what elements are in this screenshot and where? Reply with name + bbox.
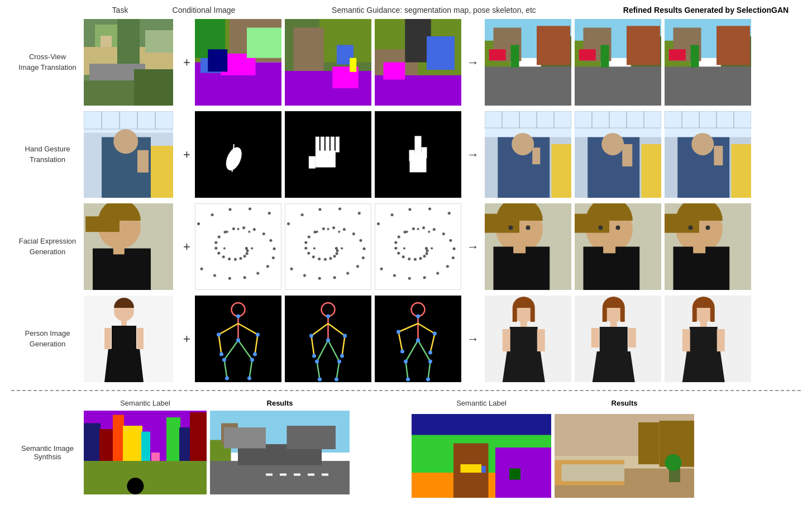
img-person-res2: [575, 296, 661, 382]
bottom-section: Semantic Label Results Semantic ImageSyn…: [11, 399, 801, 498]
img-hand-gesture-res1: [485, 111, 571, 198]
img-hand-gesture-sem3: [375, 111, 461, 198]
img-facial-sem3: [375, 203, 461, 290]
img-semantic-sem2: [412, 414, 551, 498]
img-person-sem1: [195, 296, 281, 382]
plus-sign-3: +: [183, 240, 190, 254]
section-divider: [11, 390, 801, 391]
hand-gesture-result-imgs: [485, 111, 751, 198]
header-row: Task Conditional Image Semantic Guidance…: [11, 6, 801, 15]
img-person-sem2: [285, 296, 371, 382]
img-facial-res2: [575, 203, 661, 290]
plus-sign-1: +: [183, 55, 190, 70]
header-conditional-label: Conditional Image: [156, 6, 251, 15]
arrow-sign-1: →: [467, 55, 479, 70]
img-facial-sem1: [195, 203, 281, 290]
img-hand-gesture-res3: [665, 111, 751, 198]
label-person-image: Person ImageGeneration: [11, 329, 84, 349]
img-person-res1: [485, 296, 571, 382]
plus-sign-4: +: [183, 332, 190, 346]
img-hand-gesture-sem2: [285, 111, 371, 198]
bottom-semantic-label-1: Semantic Label: [84, 399, 207, 407]
img-cross-view-sem3: [375, 19, 461, 106]
img-cross-view-res2: [575, 19, 661, 106]
img-cross-view-sem1: [195, 19, 281, 106]
facial-semantic-imgs: [195, 203, 461, 290]
label-cross-view: Cross-ViewImage Translation: [11, 52, 84, 72]
img-cross-view-conditional: [84, 19, 173, 106]
row-hand-gesture: Hand GestureTranslation + →: [11, 111, 801, 198]
bottom-right-img-pair: [412, 414, 694, 498]
img-hand-gesture-res2: [575, 111, 661, 198]
plus-sign-2: +: [183, 147, 190, 162]
bottom-left: Semantic Label Results Semantic ImageSyn…: [11, 399, 400, 498]
bottom-semantic-label-2: Semantic Label: [412, 399, 551, 407]
row-cross-view: Cross-ViewImage Translation + →: [11, 19, 801, 106]
img-cross-view-res3: [665, 19, 751, 106]
img-person-res3: [665, 296, 751, 382]
cross-view-result-imgs: [485, 19, 751, 106]
bottom-left-headers: Semantic Label Results: [11, 399, 350, 407]
bottom-right-headers: Semantic Label Results: [412, 399, 694, 407]
header-results-label: Refined Results Generated by SelectionGA…: [611, 6, 801, 15]
img-facial-conditional: [84, 203, 173, 290]
img-facial-sem2: [285, 203, 371, 290]
bottom-task-label-left: Semantic ImageSynthsis: [11, 411, 84, 461]
bottom-right: Semantic Label Results: [400, 399, 801, 498]
img-person-conditional: [84, 296, 173, 382]
bottom-left-img-pair: [84, 411, 350, 494]
img-semantic-res1: [210, 411, 350, 494]
row-facial-expression: Facial ExpressionGeneration + →: [11, 203, 801, 290]
header-task-label: Task: [84, 6, 156, 15]
img-cross-view-res1: [485, 19, 571, 106]
img-person-sem3: [375, 296, 461, 382]
person-semantic-imgs: [195, 296, 461, 382]
cross-view-semantic-imgs: [195, 19, 461, 106]
img-semantic-res2: [555, 414, 694, 498]
img-hand-gesture-conditional: [84, 111, 173, 198]
img-facial-res1: [485, 203, 571, 290]
img-hand-gesture-sem1: [195, 111, 281, 198]
arrow-sign-4: →: [467, 332, 479, 346]
hand-gesture-semantic-imgs: [195, 111, 461, 198]
img-cross-view-sem2: [285, 19, 371, 106]
main-container: Task Conditional Image Semantic Guidance…: [0, 0, 812, 503]
img-facial-res3: [665, 203, 751, 290]
arrow-sign-3: →: [467, 240, 479, 254]
header-semantic-label: Semantic Guidance: segmentation map, pos…: [251, 6, 611, 15]
img-semantic-sem1: [84, 411, 207, 494]
bottom-left-images: Semantic ImageSynthsis: [11, 411, 350, 494]
facial-result-imgs: [485, 203, 751, 290]
arrow-sign-2: →: [467, 147, 479, 162]
row-person-image: Person ImageGeneration + →: [11, 296, 801, 382]
bottom-results-label-1: Results: [210, 399, 350, 407]
person-result-imgs: [485, 296, 751, 382]
bottom-results-label-2: Results: [555, 399, 694, 407]
label-facial-expression: Facial ExpressionGeneration: [11, 236, 84, 256]
label-hand-gesture: Hand GestureTranslation: [11, 144, 84, 164]
